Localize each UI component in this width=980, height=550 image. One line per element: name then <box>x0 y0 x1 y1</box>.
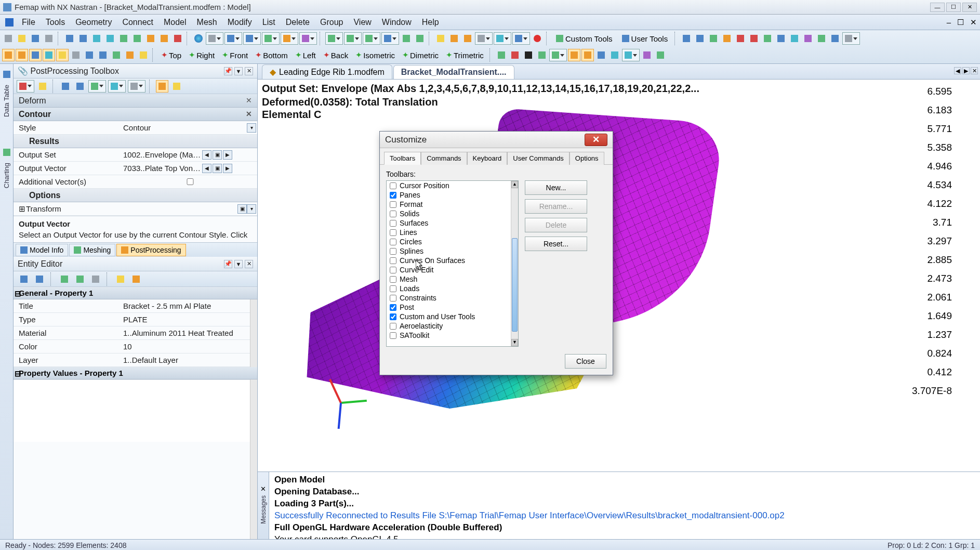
mdi-restore[interactable]: ☐ <box>954 18 967 27</box>
toolbar-list-item[interactable]: Lines <box>387 228 511 237</box>
dialog-titlebar[interactable]: Customize ✕ <box>380 132 613 148</box>
fit-dropdown[interactable] <box>381 32 399 45</box>
close-button[interactable]: ✕ <box>962 3 977 12</box>
view-left[interactable]: ✦Left <box>292 49 319 61</box>
pane-10-icon[interactable] <box>124 49 136 61</box>
close-panel-icon[interactable]: ✕ <box>245 67 253 75</box>
transform-expand-icon[interactable]: ⊞ <box>19 204 25 214</box>
pane-7-icon[interactable] <box>83 49 96 61</box>
tab-nav-right-icon[interactable]: ▶ <box>962 67 970 74</box>
view-front[interactable]: ✦Front <box>219 49 251 61</box>
output-vector-prev-icon[interactable]: ◀ <box>202 164 211 173</box>
post-6-icon[interactable] <box>581 49 594 61</box>
menu-modify[interactable]: Modify <box>222 16 257 29</box>
grid-5-icon[interactable] <box>815 32 828 45</box>
ee-btn-4[interactable] <box>74 273 86 285</box>
general-collapse-icon[interactable]: ⊟ <box>15 289 22 298</box>
toolbar-checkbox[interactable] <box>390 211 396 217</box>
menu-file[interactable]: File <box>17 16 41 29</box>
pp-dd-4[interactable] <box>128 80 145 93</box>
pane-3-icon[interactable] <box>29 49 42 61</box>
dialog-tab-options[interactable]: Options <box>570 152 604 165</box>
window-hsplit-icon[interactable] <box>707 32 720 45</box>
transform-list-icon[interactable]: ▣ <box>237 204 247 214</box>
contour-close-icon[interactable]: ✕ <box>246 110 254 118</box>
toolbar-checkbox[interactable] <box>390 276 396 283</box>
section-deform[interactable]: Deform ✕ <box>14 94 257 108</box>
redo-icon[interactable] <box>77 32 89 45</box>
pp-dd-3[interactable] <box>108 80 126 93</box>
dialog-close-button[interactable]: ✕ <box>585 134 607 146</box>
ee-btn-1[interactable] <box>18 273 30 285</box>
menu-window[interactable]: Window <box>377 16 417 29</box>
prop-value[interactable]: 1..Aluminum 2011 Heat Treated <box>120 329 257 337</box>
post-dropdown-2[interactable] <box>622 49 640 61</box>
menu-geometry[interactable]: Geometry <box>70 16 117 29</box>
toolbar-list-item[interactable]: Constraints <box>387 293 511 303</box>
view-bottom[interactable]: ✦Bottom <box>252 49 291 61</box>
output-set-list-icon[interactable]: ▣ <box>213 150 222 160</box>
filter-dropdown[interactable] <box>281 32 298 45</box>
pp-btn-4[interactable] <box>156 80 168 93</box>
toolbar-checkbox[interactable] <box>390 304 396 311</box>
ee-btn-6[interactable] <box>114 273 127 285</box>
delete-toolbar-button[interactable]: Delete <box>525 218 587 232</box>
toolbar-list-item[interactable]: Splines <box>387 246 511 256</box>
dialog-tab-user-commands[interactable]: User Commands <box>507 152 570 165</box>
pp-btn-3[interactable] <box>74 80 86 93</box>
toolbar-list-item[interactable]: Format <box>387 200 511 209</box>
style-dropdown-icon[interactable]: ▾ <box>247 123 256 133</box>
rename-toolbar-button[interactable]: Rename... <box>525 199 587 214</box>
end-dropdown[interactable] <box>842 32 860 45</box>
toolbar-checkbox[interactable] <box>390 257 396 264</box>
post-7-icon[interactable] <box>595 49 607 61</box>
output-vector-list-icon[interactable]: ▣ <box>213 164 222 173</box>
post-3-icon[interactable] <box>522 49 535 61</box>
toolbar-list-item[interactable]: Post <box>387 303 511 312</box>
doc-tab-bracket[interactable]: Bracket_ModalTransient.... <box>393 65 514 79</box>
tab-nav-left-icon[interactable]: ◀ <box>954 67 961 74</box>
pp-btn-5[interactable] <box>170 80 183 93</box>
rail-data-table[interactable]: Data Table <box>3 85 10 117</box>
section-results[interactable]: Results <box>14 135 257 148</box>
select-mode-dropdown[interactable] <box>206 32 223 45</box>
menu-connect[interactable]: Connect <box>117 16 158 29</box>
dialog-tab-keyboard[interactable]: Keyboard <box>467 152 508 165</box>
post-2-icon[interactable] <box>509 49 521 61</box>
new-toolbar-button[interactable]: New... <box>525 180 587 195</box>
maximize-button[interactable]: ☐ <box>946 3 961 12</box>
post-9-icon[interactable] <box>641 49 653 61</box>
dialog-close-footer-button[interactable]: Close <box>565 354 606 369</box>
tab-meshing[interactable]: Meshing <box>69 244 115 256</box>
tb-icon-3[interactable] <box>117 32 130 45</box>
output-vector-next-icon[interactable]: ▶ <box>223 164 232 173</box>
pp-dd-2[interactable] <box>88 80 106 93</box>
grid-2-icon[interactable] <box>775 32 787 45</box>
reset-toolbar-button[interactable]: Reset... <box>525 237 587 251</box>
list-dropdown[interactable] <box>262 32 280 45</box>
toolbar-checkbox[interactable] <box>390 285 396 292</box>
zoom-out-icon[interactable] <box>414 32 426 45</box>
rail-charting[interactable]: Charting <box>3 163 10 188</box>
messages-close-icon[interactable]: ✕ <box>259 485 268 493</box>
open-icon[interactable] <box>16 32 28 45</box>
edit-icon[interactable] <box>461 32 474 45</box>
pp-btn-1[interactable] <box>36 80 49 93</box>
pane-1-icon[interactable] <box>2 49 15 61</box>
pane-4-icon[interactable] <box>43 49 55 61</box>
dialog-tab-commands[interactable]: Commands <box>421 152 467 165</box>
post-5-icon[interactable] <box>568 49 580 61</box>
pane-9-icon[interactable] <box>110 49 123 61</box>
zoom-in-icon[interactable] <box>400 32 413 45</box>
globe-icon[interactable] <box>192 32 205 45</box>
toolbar-list-item[interactable]: Curve Edit <box>387 265 511 274</box>
post-1-icon[interactable] <box>495 49 508 61</box>
user-tools-button[interactable]: User Tools <box>618 32 672 45</box>
prop-value[interactable]: 10 <box>120 342 257 351</box>
mdi-minimize[interactable]: – <box>944 18 954 27</box>
toolbar-list-item[interactable]: Cursor Position <box>387 181 511 190</box>
toolbar-list-item[interactable]: Custom and User Tools <box>387 312 511 321</box>
pane-5-icon[interactable] <box>56 49 69 61</box>
new-icon[interactable] <box>2 32 15 45</box>
tab-model-info[interactable]: Model Info <box>16 244 68 256</box>
